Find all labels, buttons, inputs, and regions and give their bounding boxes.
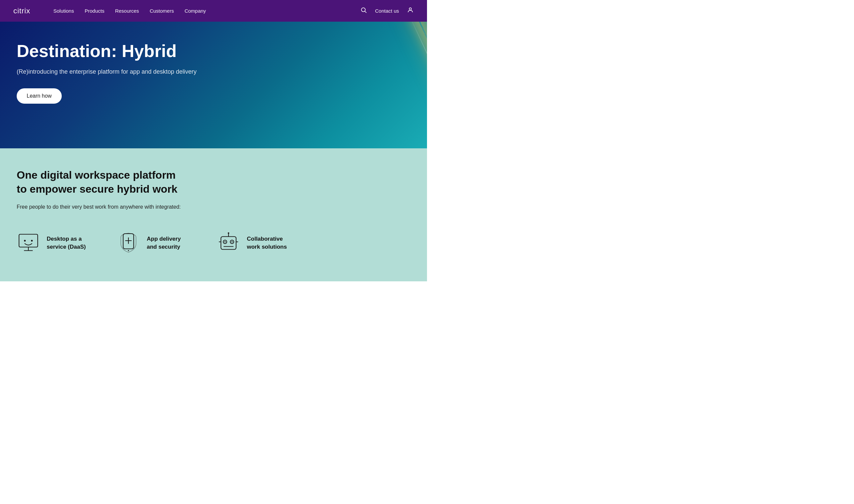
svg-point-1 (362, 8, 366, 12)
lower-heading: One digital workspace platform to empowe… (17, 168, 184, 196)
hero-subtitle: (Re)introducing the enterprise platform … (17, 67, 197, 76)
citrix-logo-svg: citrix (13, 6, 40, 16)
hero-content: Destination: Hybrid (Re)introducing the … (17, 42, 197, 104)
nav-customers[interactable]: Customers (150, 8, 174, 14)
feature-collab: Collaborative work solutions (217, 231, 290, 255)
search-icon[interactable] (360, 7, 367, 15)
hero-section: Destination: Hybrid (Re)introducing the … (0, 22, 427, 148)
svg-point-5 (24, 240, 26, 241)
features-row: Desktop as a service (DaaS) App delivery… (17, 231, 410, 255)
collab-label: Collaborative work solutions (247, 235, 290, 251)
hero-beam-decoration (171, 22, 427, 148)
learn-how-button[interactable]: Learn how (17, 88, 62, 104)
app-delivery-label: App delivery and security (147, 235, 190, 251)
feature-daas: Desktop as a service (DaaS) (17, 231, 90, 255)
nav-right: Contact us (360, 7, 414, 15)
svg-point-17 (231, 241, 233, 243)
contact-us-link[interactable]: Contact us (375, 8, 399, 14)
feature-app-delivery: App delivery and security (117, 231, 190, 255)
shield-plus-icon (117, 231, 140, 255)
lower-section: One digital workspace platform to empowe… (0, 148, 427, 281)
svg-line-2 (365, 11, 367, 13)
nav-products[interactable]: Products (85, 8, 104, 14)
nav-solutions[interactable]: Solutions (53, 8, 74, 14)
nav-resources[interactable]: Resources (115, 8, 139, 14)
svg-point-12 (128, 250, 129, 251)
logo[interactable]: citrix (13, 6, 40, 16)
daas-label: Desktop as a service (DaaS) (47, 235, 90, 251)
svg-text:citrix: citrix (13, 7, 30, 15)
svg-point-6 (31, 240, 33, 241)
svg-point-20 (228, 232, 229, 234)
svg-rect-13 (221, 237, 236, 250)
user-icon[interactable] (407, 7, 414, 15)
nav-links: Solutions Products Resources Customers C… (53, 8, 360, 14)
collab-icon (217, 231, 240, 255)
lower-subtext: Free people to do their very best work f… (17, 203, 217, 211)
monitor-icon (17, 231, 40, 255)
navbar: citrix Solutions Products Resources Cust… (0, 0, 427, 22)
hero-title: Destination: Hybrid (17, 42, 197, 61)
svg-point-3 (409, 8, 412, 10)
nav-company[interactable]: Company (185, 8, 206, 14)
svg-point-16 (225, 241, 226, 243)
